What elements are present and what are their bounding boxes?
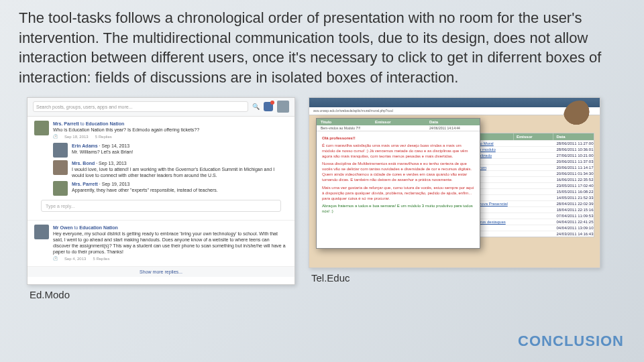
reply-author[interactable]: Erin Adams xyxy=(72,143,98,148)
search-input[interactable]: Search posts, groups, users, apps and mo… xyxy=(33,101,248,112)
show-more-link[interactable]: Show more replies... xyxy=(28,267,294,277)
avatar xyxy=(34,225,49,239)
modal-subheader: Bem-vindos ao Modulo 7!!! 24/06/2011 14:… xyxy=(317,125,480,131)
row-date: 04/04/2011 22:41:25 xyxy=(553,219,594,225)
message-signature: Abraços fraternos a todos e boa semana! … xyxy=(322,203,474,214)
post-text: Who is Education Nation this year? Is Ed… xyxy=(53,127,288,133)
row-sender xyxy=(514,159,554,164)
reply-date: Sep 14, 2013 xyxy=(101,143,129,148)
modal-body: Olá professores!! É com maravilha satisf… xyxy=(317,131,480,220)
row-sender xyxy=(514,207,554,213)
row-sender xyxy=(514,201,554,206)
row-date: 15/05/2011 16:08:22 xyxy=(553,189,594,194)
reply-author[interactable]: Mrs. Bond xyxy=(72,161,95,166)
reply: Mrs. Bond · Sep 13, 2013 I would love, l… xyxy=(53,160,288,178)
reply-date: Sep 19, 2013 xyxy=(102,182,130,186)
row-sender xyxy=(514,165,554,170)
browser-titlebar xyxy=(309,98,600,107)
row-sender xyxy=(514,177,554,182)
edmodo-figure: Search posts, groups, users, apps and mo… xyxy=(27,97,295,300)
row-date: 18/04/2011 22:15:16 xyxy=(553,207,594,213)
row-date: 16/06/2011 22:35:52 xyxy=(553,177,594,182)
row-sender xyxy=(514,153,554,158)
row-date: 20/06/2011 11:37:03 xyxy=(553,159,594,164)
address-bar[interactable]: ava.unasp.edu.br/webaula/aplic/mural/mur… xyxy=(309,107,600,115)
row-date: 28/06/2011 10:36:01 xyxy=(553,147,594,152)
screenshot-row: Search posts, groups, users, apps and mo… xyxy=(0,97,644,300)
replies-link[interactable]: 5 Replies xyxy=(95,135,112,140)
reply: Mrs. Parrett · Sep 19, 2013 Apparently, … xyxy=(53,181,288,196)
message-paragraph: É com maravilha satisfação uma mais uma … xyxy=(322,143,474,159)
clock-icon: 🕐 xyxy=(53,135,58,140)
feed-post: Mr Owen to Education Nation Hey everyone… xyxy=(28,221,294,267)
post-author[interactable]: Mr Owen xyxy=(53,225,73,230)
post-tag[interactable]: to xyxy=(80,121,86,126)
col-date[interactable]: Data xyxy=(553,133,594,140)
row-sender xyxy=(514,231,554,237)
post-text: Hey everyone, my school district is gett… xyxy=(53,231,288,255)
reply-date: Sep 13, 2013 xyxy=(99,161,127,166)
feed-post: Mrs. Parrett to Education Nation Who is … xyxy=(28,117,294,221)
mascot-image xyxy=(564,101,596,133)
modal-col-title: Titulo xyxy=(317,119,371,125)
row-sender xyxy=(514,141,554,146)
row-sender xyxy=(514,189,554,194)
row-sender xyxy=(514,147,554,152)
row-date: 20/06/2011 11:14:17 xyxy=(553,165,594,170)
row-sender xyxy=(514,171,554,176)
row-date: 23/05/2011 17:02:40 xyxy=(553,183,594,188)
row-sender xyxy=(514,213,554,219)
row-date: 27/06/2011 10:21:00 xyxy=(553,153,594,158)
post-date: Sep 18, 2013 xyxy=(64,135,89,140)
message-modal: Titulo Emissor Data Bem-vindos ao Modulo… xyxy=(316,118,480,249)
edmodo-header: Search posts, groups, users, apps and mo… xyxy=(28,98,294,117)
figure-caption: Tel.Educ xyxy=(309,272,600,284)
row-date: 04/04/2011 13:09:10 xyxy=(553,225,594,231)
message-paragraph: Mais uma vez gostaria de reforçar que, c… xyxy=(322,185,474,201)
reply: Erin Adams · Sep 14, 2013 Mr. Williams? … xyxy=(53,143,288,158)
section-label: CONCLUSION xyxy=(518,333,624,350)
row-sender xyxy=(514,183,554,188)
post-group[interactable]: Education Nation xyxy=(79,225,118,230)
row-date: 28/04/2011 22:02:39 xyxy=(553,201,594,206)
modal-header: Titulo Emissor Data xyxy=(317,119,480,125)
modal-col-date: Data xyxy=(425,119,480,125)
reply-input[interactable]: Type a reply... xyxy=(41,200,281,212)
reply-text: Mr. Williams? Let's ask Brian! xyxy=(72,149,288,155)
post-date: Sep 4, 2013 xyxy=(64,257,86,262)
clock-icon: 🕐 xyxy=(53,257,58,262)
modal-col-sender: Emissor xyxy=(371,119,425,125)
row-date: 07/04/2011 11:09:53 xyxy=(553,213,594,219)
reply-text: Apparently, they have other "experts" re… xyxy=(72,187,288,193)
avatar xyxy=(34,121,49,135)
notifications-icon[interactable] xyxy=(264,102,273,111)
row-sender xyxy=(514,225,554,231)
teleduc-figure: ava.unasp.edu.br/webaula/aplic/mural/mur… xyxy=(309,97,600,300)
row-date: 28/06/2011 11:27:00 xyxy=(553,141,594,146)
reply-author[interactable]: Mrs. Parrett xyxy=(72,182,98,186)
replies-link[interactable]: 5 Replies xyxy=(93,257,109,262)
slide-body-text: The tool-tasks follows a chronological o… xyxy=(0,0,644,95)
modal-date: 24/06/2011 14:14:44 xyxy=(425,125,480,131)
post-author[interactable]: Mrs. Parrett xyxy=(53,121,79,126)
col-sender[interactable]: Emissor xyxy=(514,133,554,140)
row-sender xyxy=(514,195,554,200)
avatar xyxy=(53,160,68,175)
figure-caption: Ed.Modo xyxy=(27,289,295,300)
message-greeting: Olá professores!! xyxy=(322,135,474,141)
row-date: 24/03/2011 14:16:43 xyxy=(553,231,594,237)
row-sender xyxy=(514,219,554,225)
avatar[interactable] xyxy=(277,101,289,113)
message-paragraph: Nossa disciplina de Multiletramentos est… xyxy=(322,161,474,182)
modal-subject: Bem-vindos ao Modulo 7!!! xyxy=(317,125,371,131)
avatar xyxy=(53,143,68,158)
post-group[interactable]: Education Nation xyxy=(86,121,125,126)
row-date: 14/05/2011 21:52:33 xyxy=(553,195,594,200)
reply-text: I would love, love to attend! I am worki… xyxy=(72,166,288,178)
avatar xyxy=(53,181,68,196)
row-date: 20/06/2011 01:34:30 xyxy=(553,171,594,176)
teleduc-screenshot: ava.unasp.edu.br/webaula/aplic/mural/mur… xyxy=(309,97,600,268)
edmodo-screenshot: Search posts, groups, users, apps and mo… xyxy=(27,97,295,285)
search-icon[interactable]: 🔍 xyxy=(252,103,260,110)
